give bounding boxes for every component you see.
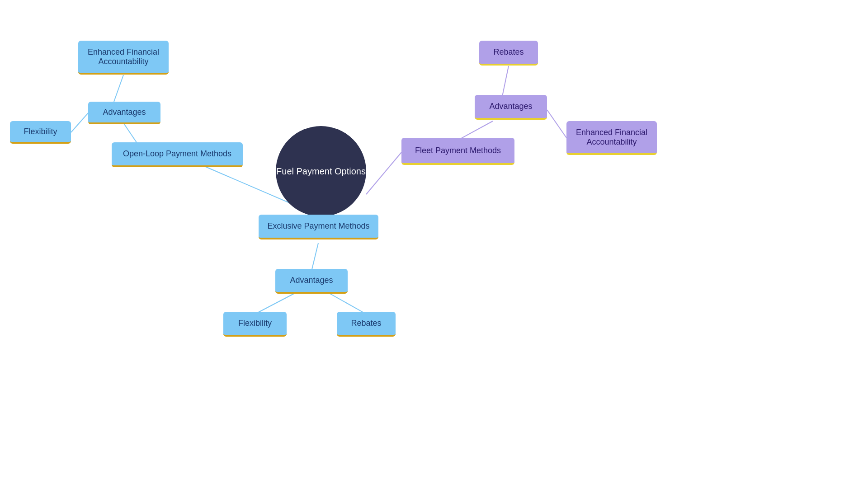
center-node[interactable]: Fuel Payment Options bbox=[276, 126, 366, 216]
svg-line-2 bbox=[114, 75, 123, 102]
enhanced-financial-left-node[interactable]: Enhanced Financial Accountability bbox=[78, 41, 169, 75]
svg-line-6 bbox=[255, 294, 294, 314]
advantages-left-node[interactable]: Advantages bbox=[88, 102, 160, 124]
svg-line-7 bbox=[330, 294, 366, 314]
flexibility-left-node[interactable]: Flexibility bbox=[10, 121, 71, 144]
svg-line-9 bbox=[458, 121, 493, 140]
svg-line-8 bbox=[366, 152, 401, 194]
enhanced-financial-right-node[interactable]: Enhanced Financial Accountability bbox=[566, 121, 657, 155]
fleet-payment-node[interactable]: Fleet Payment Methods bbox=[401, 138, 514, 165]
flexibility-bottom-node[interactable]: Flexibility bbox=[223, 312, 287, 337]
rebates-right-node[interactable]: Rebates bbox=[479, 41, 538, 66]
svg-line-5 bbox=[311, 243, 318, 271]
exclusive-payment-node[interactable]: Exclusive Payment Methods bbox=[259, 215, 378, 239]
rebates-bottom-node[interactable]: Rebates bbox=[337, 312, 396, 337]
svg-line-3 bbox=[71, 113, 88, 132]
center-label: Fuel Payment Options bbox=[276, 166, 366, 177]
open-loop-node[interactable]: Open-Loop Payment Methods bbox=[112, 142, 243, 167]
advantages-bottom-node[interactable]: Advantages bbox=[275, 269, 348, 294]
svg-line-1 bbox=[124, 124, 137, 142]
svg-line-11 bbox=[547, 110, 566, 138]
svg-line-10 bbox=[502, 66, 509, 99]
advantages-right-node[interactable]: Advantages bbox=[475, 95, 547, 120]
